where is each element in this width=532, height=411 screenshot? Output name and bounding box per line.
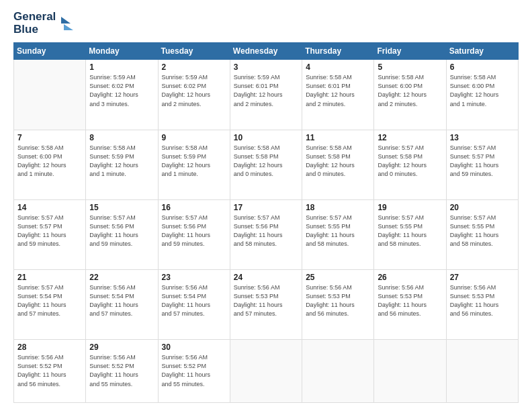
day-number: 14: [17, 203, 82, 212]
calendar-week-row: 21Sunrise: 5:57 AM Sunset: 5:54 PM Dayli…: [14, 270, 519, 340]
day-number: 17: [234, 203, 298, 212]
svg-marker-0: [61, 17, 71, 24]
calendar-cell: 26Sunrise: 5:56 AM Sunset: 5:53 PM Dayli…: [374, 270, 446, 340]
day-info: Sunrise: 5:59 AM Sunset: 6:01 PM Dayligh…: [234, 73, 298, 108]
calendar-cell: 11Sunrise: 5:58 AM Sunset: 5:58 PM Dayli…: [302, 130, 374, 199]
day-info: Sunrise: 5:56 AM Sunset: 5:54 PM Dayligh…: [89, 283, 154, 318]
svg-marker-1: [64, 24, 73, 30]
day-info: Sunrise: 5:57 AM Sunset: 5:57 PM Dayligh…: [17, 214, 82, 248]
day-number: 7: [17, 133, 82, 142]
calendar-cell: 15Sunrise: 5:57 AM Sunset: 5:56 PM Dayli…: [86, 199, 158, 269]
day-info: Sunrise: 5:57 AM Sunset: 5:56 PM Dayligh…: [89, 214, 154, 248]
day-number: 13: [450, 133, 515, 142]
day-number: 24: [234, 273, 298, 282]
day-info: Sunrise: 5:58 AM Sunset: 6:01 PM Dayligh…: [306, 73, 370, 108]
calendar-cell: 10Sunrise: 5:58 AM Sunset: 5:58 PM Dayli…: [230, 130, 302, 199]
weekday-header: Saturday: [446, 43, 518, 60]
calendar-cell: 14Sunrise: 5:57 AM Sunset: 5:57 PM Dayli…: [14, 199, 86, 269]
day-number: 18: [306, 203, 370, 212]
day-info: Sunrise: 5:56 AM Sunset: 5:52 PM Dayligh…: [89, 353, 154, 388]
day-number: 21: [17, 273, 82, 282]
calendar-week-row: 14Sunrise: 5:57 AM Sunset: 5:57 PM Dayli…: [14, 199, 519, 269]
day-info: Sunrise: 5:56 AM Sunset: 5:53 PM Dayligh…: [378, 283, 442, 318]
day-number: 26: [378, 273, 442, 282]
day-info: Sunrise: 5:56 AM Sunset: 5:53 PM Dayligh…: [234, 283, 298, 318]
calendar-cell: [302, 340, 374, 403]
calendar-cell: 8Sunrise: 5:58 AM Sunset: 5:59 PM Daylig…: [86, 130, 158, 199]
day-info: Sunrise: 5:57 AM Sunset: 5:55 PM Dayligh…: [378, 214, 442, 248]
calendar-cell: 16Sunrise: 5:57 AM Sunset: 5:56 PM Dayli…: [158, 199, 230, 269]
calendar-cell: 1Sunrise: 5:59 AM Sunset: 6:02 PM Daylig…: [86, 60, 158, 130]
weekday-header: Monday: [86, 43, 158, 60]
day-info: Sunrise: 5:58 AM Sunset: 6:00 PM Dayligh…: [378, 73, 442, 108]
day-number: 8: [89, 133, 154, 142]
day-number: 20: [450, 203, 515, 212]
calendar-cell: 25Sunrise: 5:56 AM Sunset: 5:53 PM Dayli…: [302, 270, 374, 340]
day-number: 10: [234, 133, 298, 142]
day-info: Sunrise: 5:57 AM Sunset: 5:54 PM Dayligh…: [17, 283, 82, 318]
calendar-cell: [14, 60, 86, 130]
day-info: Sunrise: 5:57 AM Sunset: 5:56 PM Dayligh…: [234, 214, 298, 248]
calendar-cell: 24Sunrise: 5:56 AM Sunset: 5:53 PM Dayli…: [230, 270, 302, 340]
calendar-week-row: 1Sunrise: 5:59 AM Sunset: 6:02 PM Daylig…: [14, 60, 519, 130]
weekday-header: Friday: [374, 43, 446, 60]
calendar-cell: 19Sunrise: 5:57 AM Sunset: 5:55 PM Dayli…: [374, 199, 446, 269]
day-info: Sunrise: 5:58 AM Sunset: 6:00 PM Dayligh…: [17, 144, 82, 179]
calendar-table: SundayMondayTuesdayWednesdayThursdayFrid…: [13, 42, 519, 403]
logo-icon: [58, 14, 73, 33]
logo-blue: Blue: [13, 24, 56, 36]
day-info: Sunrise: 5:57 AM Sunset: 5:57 PM Dayligh…: [450, 144, 515, 179]
day-info: Sunrise: 5:56 AM Sunset: 5:53 PM Dayligh…: [450, 283, 515, 318]
calendar-cell: [230, 340, 302, 403]
calendar-cell: 2Sunrise: 5:59 AM Sunset: 6:02 PM Daylig…: [158, 60, 230, 130]
day-number: 6: [450, 62, 515, 72]
calendar-cell: 18Sunrise: 5:57 AM Sunset: 5:55 PM Dayli…: [302, 199, 374, 269]
day-info: Sunrise: 5:56 AM Sunset: 5:54 PM Dayligh…: [162, 283, 226, 318]
calendar-cell: 27Sunrise: 5:56 AM Sunset: 5:53 PM Dayli…: [446, 270, 518, 340]
weekday-header: Tuesday: [158, 43, 230, 60]
calendar-cell: 3Sunrise: 5:59 AM Sunset: 6:01 PM Daylig…: [230, 60, 302, 130]
weekday-header: Sunday: [14, 43, 86, 60]
day-info: Sunrise: 5:57 AM Sunset: 5:58 PM Dayligh…: [378, 144, 442, 179]
calendar-cell: 23Sunrise: 5:56 AM Sunset: 5:54 PM Dayli…: [158, 270, 230, 340]
day-number: 11: [306, 133, 370, 142]
calendar-cell: 9Sunrise: 5:58 AM Sunset: 5:59 PM Daylig…: [158, 130, 230, 199]
calendar-cell: 29Sunrise: 5:56 AM Sunset: 5:52 PM Dayli…: [86, 340, 158, 403]
day-info: Sunrise: 5:58 AM Sunset: 5:58 PM Dayligh…: [306, 144, 370, 179]
day-info: Sunrise: 5:58 AM Sunset: 6:00 PM Dayligh…: [450, 73, 515, 108]
calendar-cell: 28Sunrise: 5:56 AM Sunset: 5:52 PM Dayli…: [14, 340, 86, 403]
logo-container: General Blue: [13, 11, 73, 36]
day-number: 5: [378, 62, 442, 72]
day-number: 29: [89, 342, 154, 352]
calendar-cell: 21Sunrise: 5:57 AM Sunset: 5:54 PM Dayli…: [14, 270, 86, 340]
calendar-cell: 17Sunrise: 5:57 AM Sunset: 5:56 PM Dayli…: [230, 199, 302, 269]
day-info: Sunrise: 5:58 AM Sunset: 5:58 PM Dayligh…: [234, 144, 298, 179]
day-number: 22: [89, 273, 154, 282]
day-info: Sunrise: 5:56 AM Sunset: 5:53 PM Dayligh…: [306, 283, 370, 318]
weekday-header: Wednesday: [230, 43, 302, 60]
day-number: 28: [17, 342, 82, 352]
day-number: 23: [162, 273, 226, 282]
logo-text-block: General Blue: [13, 11, 56, 36]
day-number: 15: [89, 203, 154, 212]
day-info: Sunrise: 5:58 AM Sunset: 5:59 PM Dayligh…: [89, 144, 154, 179]
calendar-cell: 12Sunrise: 5:57 AM Sunset: 5:58 PM Dayli…: [374, 130, 446, 199]
day-number: 4: [306, 62, 370, 72]
calendar-cell: 20Sunrise: 5:57 AM Sunset: 5:55 PM Dayli…: [446, 199, 518, 269]
day-info: Sunrise: 5:56 AM Sunset: 5:52 PM Dayligh…: [17, 353, 82, 388]
calendar-cell: 5Sunrise: 5:58 AM Sunset: 6:00 PM Daylig…: [374, 60, 446, 130]
day-info: Sunrise: 5:59 AM Sunset: 6:02 PM Dayligh…: [162, 73, 226, 108]
calendar-page: General Blue SundayMondayTuesdayWednesda…: [0, 0, 532, 411]
day-info: Sunrise: 5:57 AM Sunset: 5:56 PM Dayligh…: [162, 214, 226, 248]
day-number: 25: [306, 273, 370, 282]
calendar-cell: 4Sunrise: 5:58 AM Sunset: 6:01 PM Daylig…: [302, 60, 374, 130]
calendar-cell: 6Sunrise: 5:58 AM Sunset: 6:00 PM Daylig…: [446, 60, 518, 130]
calendar-week-row: 28Sunrise: 5:56 AM Sunset: 5:52 PM Dayli…: [14, 340, 519, 403]
day-number: 27: [450, 273, 515, 282]
calendar-cell: 30Sunrise: 5:56 AM Sunset: 5:52 PM Dayli…: [158, 340, 230, 403]
day-number: 30: [162, 342, 226, 352]
weekday-header: Thursday: [302, 43, 374, 60]
calendar-cell: 7Sunrise: 5:58 AM Sunset: 6:00 PM Daylig…: [14, 130, 86, 199]
day-info: Sunrise: 5:57 AM Sunset: 5:55 PM Dayligh…: [306, 214, 370, 248]
day-number: 1: [89, 62, 154, 72]
